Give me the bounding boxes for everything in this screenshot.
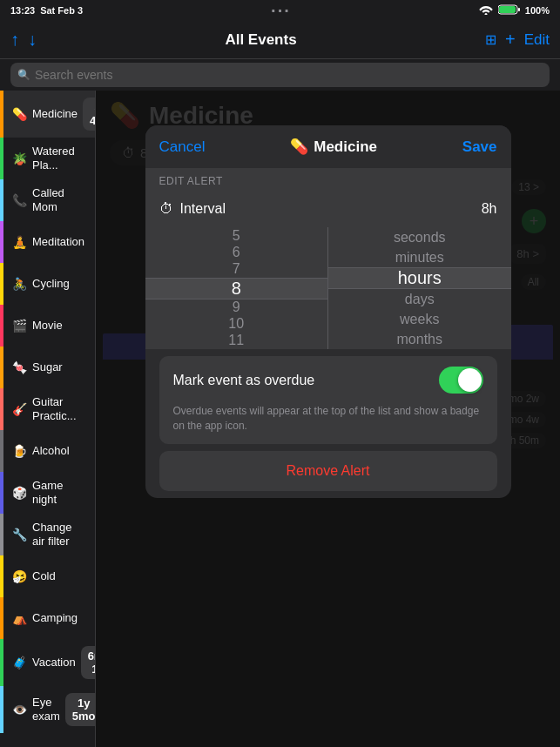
- game-icon: 🎲: [12, 486, 27, 500]
- sidebar-item-label-cycling: Cycling: [32, 277, 70, 291]
- picker-num-10: 10: [145, 316, 328, 333]
- camping-icon: ⛺: [12, 611, 27, 625]
- nav-bar: ↑ ↓ All Events ⊞ + Edit: [0, 21, 560, 59]
- cold-icon: 🤧: [12, 569, 27, 583]
- sidebar-item-label-medicine: Medicine: [32, 107, 78, 121]
- search-input[interactable]: [10, 63, 550, 87]
- picker-unit-months: months: [328, 329, 511, 349]
- eye-icon: 👁️: [12, 703, 27, 717]
- status-day: Sat Feb 3: [40, 5, 83, 16]
- meditation-icon: 🧘: [12, 235, 27, 249]
- sidebar-item-meditation[interactable]: 🧘 Meditation: [0, 221, 95, 263]
- guitar-icon: 🎸: [12, 402, 27, 416]
- overdue-description: Overdue events will appear at the top of…: [159, 404, 497, 444]
- cycling-icon: 🚴: [12, 277, 27, 291]
- sidebar-item-label-game: Game night: [32, 479, 86, 506]
- sidebar-item-game[interactable]: 🎲 Game night: [0, 472, 95, 514]
- sidebar-item-sugar[interactable]: 🍬 Sugar: [0, 347, 95, 388]
- sidebar-item-label-sugar: Sugar: [32, 360, 63, 374]
- sidebar-item-eye[interactable]: 👁️ Eye exam 1y5mo: [0, 686, 95, 733]
- modal-save-button[interactable]: Save: [462, 138, 497, 156]
- modal-header: Cancel 💊 Medicine Save: [145, 125, 511, 168]
- sidebar-item-label-watered: Watered Pla...: [32, 145, 86, 172]
- sidebar: 💊 Medicine 8h40m 🪴 Watered Pla... 📞 Call…: [0, 91, 96, 747]
- sidebar-item-movie[interactable]: 🎬 Movie: [0, 305, 95, 347]
- sidebar-item-label-vacation: Vacation: [32, 656, 76, 670]
- sidebar-item-guitar[interactable]: 🎸 Guitar Practic...: [0, 388, 95, 430]
- nav-back-icon2[interactable]: ↓: [28, 30, 37, 50]
- modal-title-text: Medicine: [314, 138, 377, 156]
- picker-unit-weeks: weeks: [328, 309, 511, 329]
- sidebar-item-vacation[interactable]: 🧳 Vacation 6mo1w: [0, 639, 95, 686]
- sidebar-item-label-camping: Camping: [32, 611, 78, 625]
- nav-back-icon[interactable]: ↑: [10, 30, 19, 50]
- interval-row: ⏱ Interval 8h: [145, 191, 511, 227]
- sidebar-item-label-eye: Eye exam: [32, 696, 60, 723]
- picker-unit-minutes: minutes: [328, 247, 511, 267]
- sidebar-item-label-called: Called Mom: [32, 186, 86, 213]
- overdue-section: Mark event as overdue Overdue events wil…: [159, 356, 497, 444]
- status-time-area: 13:23 Sat Feb 3: [10, 5, 83, 16]
- picker-units[interactable]: seconds minutes hours days weeks months: [328, 227, 511, 349]
- sidebar-item-label-alcohol: Alcohol: [32, 444, 70, 458]
- picker-num-6: 5: [145, 227, 328, 244]
- status-time: 13:23: [10, 5, 35, 16]
- sidebar-item-label-guitar: Guitar Practic...: [32, 395, 86, 422]
- nav-all-events: All Events: [45, 31, 476, 49]
- dot-menu-icon: ···: [271, 1, 291, 21]
- picker-unit-seconds: seconds: [328, 227, 511, 247]
- main-layout: 💊 Medicine 8h40m 🪴 Watered Pla... 📞 Call…: [0, 91, 560, 747]
- sidebar-item-cold[interactable]: 🤧 Cold: [0, 555, 95, 597]
- interval-left: ⏱ Interval: [159, 201, 226, 217]
- sidebar-item-change[interactable]: 🔧 Change air filter: [0, 514, 95, 555]
- alcohol-icon: 🍺: [12, 444, 27, 458]
- nav-add-icon[interactable]: +: [505, 30, 516, 50]
- picker-numbers[interactable]: 5 6 7 8 9 10 11: [145, 227, 328, 349]
- overdue-toggle[interactable]: [439, 367, 483, 394]
- svg-rect-1: [499, 6, 516, 13]
- modal-title: 💊 Medicine: [205, 138, 462, 156]
- status-bar: 13:23 Sat Feb 3 ··· 100%: [0, 0, 560, 21]
- edit-alert-modal: Cancel 💊 Medicine Save EDIT ALERT ⏱ Inte…: [145, 125, 511, 498]
- sidebar-item-label-cold: Cold: [32, 569, 56, 583]
- picker-num-8: 8: [145, 278, 328, 299]
- nav-grid-icon[interactable]: ⊞: [485, 31, 496, 48]
- interval-label: Interval: [180, 201, 226, 217]
- overdue-row: Mark event as overdue: [159, 356, 497, 404]
- status-right: 100%: [479, 4, 550, 17]
- battery-icon: [498, 4, 520, 17]
- vacation-badge: 6mo1w: [81, 646, 96, 679]
- interval-value: 8h: [482, 201, 497, 217]
- modal-cancel-button[interactable]: Cancel: [159, 138, 206, 156]
- picker-num-6: 6: [145, 244, 328, 260]
- picker-num-7: 7: [145, 260, 328, 277]
- sidebar-item-label-movie: Movie: [32, 319, 63, 333]
- battery-pct: 100%: [525, 5, 550, 16]
- sidebar-item-called[interactable]: 📞 Called Mom: [0, 179, 95, 221]
- nav-edit[interactable]: Edit: [524, 31, 550, 49]
- eye-badge: 1y5mo: [65, 693, 96, 726]
- wifi-icon: [479, 4, 493, 17]
- called-icon: 📞: [12, 193, 27, 207]
- medicine-icon: 💊: [12, 107, 27, 121]
- picker-num-11: 11: [145, 333, 328, 349]
- picker-container[interactable]: 5 6 7 8 9 10 11 seconds minutes hours da…: [145, 227, 511, 349]
- vacation-icon: 🧳: [12, 656, 27, 670]
- sidebar-item-camping[interactable]: ⛺ Camping: [0, 597, 95, 639]
- change-icon: 🔧: [12, 528, 27, 542]
- search-bar-area: [0, 59, 560, 91]
- medicine-badge: 8h40m: [83, 98, 96, 131]
- sugar-icon: 🍬: [12, 360, 27, 374]
- sidebar-item-watered[interactable]: 🪴 Watered Pla...: [0, 138, 95, 179]
- sidebar-item-cycling[interactable]: 🚴 Cycling: [0, 263, 95, 305]
- toggle-thumb: [458, 368, 482, 392]
- remove-alert-button[interactable]: Remove Alert: [159, 451, 497, 491]
- picker-unit-days: days: [328, 289, 511, 309]
- sidebar-item-medicine[interactable]: 💊 Medicine 8h40m: [0, 91, 95, 138]
- sidebar-item-alcohol[interactable]: 🍺 Alcohol: [0, 430, 95, 472]
- right-panel: 💊 Medicine ⏱ 8 hr, 40 min 13 > + 8h > Al…: [96, 91, 560, 747]
- sidebar-item-label-change: Change air filter: [32, 521, 86, 548]
- picker-num-9: 9: [145, 299, 328, 316]
- svg-rect-2: [518, 8, 520, 11]
- edit-alert-label: EDIT ALERT: [145, 168, 511, 191]
